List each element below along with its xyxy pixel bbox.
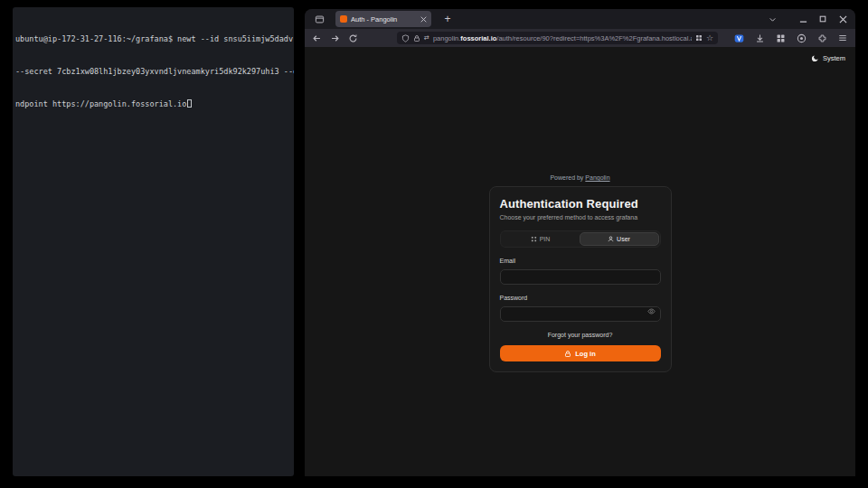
url-bar[interactable]: ⇄ pangolin.fossorial.io/auth/resource/90… xyxy=(397,32,718,44)
lock-icon[interactable] xyxy=(413,34,420,42)
card-subtitle: Choose your preferred method to access g… xyxy=(500,214,661,221)
card-title: Authentication Required xyxy=(500,197,661,211)
grid-icon[interactable] xyxy=(695,34,703,42)
apps-grid-icon[interactable] xyxy=(774,32,787,44)
window-controls xyxy=(796,12,850,26)
tab-user-label: User xyxy=(617,236,630,242)
forward-icon[interactable] xyxy=(329,32,342,44)
tracking-shield-icon[interactable] xyxy=(401,34,410,42)
desktop: ubuntu@ip-172-31-27-116:~/grafana$ newt … xyxy=(0,0,868,488)
url-text: pangolin.fossorial.io/auth/resource/90?r… xyxy=(433,34,692,42)
tab-user[interactable]: User xyxy=(580,232,659,246)
extension-toolbar xyxy=(732,32,849,44)
terminal-line: ndpoint https://pangolin.fossorial.io xyxy=(15,99,291,109)
pin-keypad-icon xyxy=(531,236,537,242)
record-circle-icon[interactable] xyxy=(795,32,807,44)
browser-window: Auth - Pangolin + xyxy=(305,9,855,476)
bookmark-star-icon[interactable]: ☆ xyxy=(706,34,713,42)
firefox-view-icon[interactable] xyxy=(310,11,328,27)
password-label: Password xyxy=(500,295,661,301)
forgot-password-link[interactable]: Forgot your password? xyxy=(500,332,661,338)
window-close-icon[interactable] xyxy=(835,12,850,26)
tab-pin[interactable]: PIN xyxy=(502,232,580,246)
minimize-icon[interactable] xyxy=(796,12,810,26)
login-lock-icon xyxy=(564,350,571,358)
email-label: Email xyxy=(500,258,661,264)
auth-card: Authentication Required Choose your pref… xyxy=(489,186,672,372)
terminal-line: ubuntu@ip-172-31-27-116:~/grafana$ newt … xyxy=(15,33,291,44)
pangolin-link[interactable]: Pangolin xyxy=(585,174,609,181)
tab-pin-label: PIN xyxy=(540,236,551,242)
back-icon[interactable] xyxy=(311,32,324,44)
extension-v-icon[interactable] xyxy=(732,32,745,44)
theme-label: System xyxy=(823,54,845,62)
switch-icon[interactable]: ⇄ xyxy=(424,34,429,42)
page-content: System Powered by Pangolin Authenticatio… xyxy=(305,47,855,476)
maximize-icon[interactable] xyxy=(816,12,830,26)
nav-toolbar: ⇄ pangolin.fossorial.io/auth/resource/90… xyxy=(305,29,855,47)
downloads-icon[interactable] xyxy=(753,32,766,44)
theme-toggle[interactable]: System xyxy=(811,54,845,62)
tab-close-icon[interactable] xyxy=(420,16,427,23)
auth-method-tabs: PIN User xyxy=(500,230,661,248)
extensions-puzzle-icon[interactable] xyxy=(816,32,828,44)
reload-icon[interactable] xyxy=(346,32,359,44)
auth-section: Powered by Pangolin Authentication Requi… xyxy=(305,174,855,372)
tab-bar: Auth - Pangolin + xyxy=(305,9,855,29)
new-tab-button[interactable]: + xyxy=(440,12,455,26)
login-button-label: Log in xyxy=(575,350,596,358)
pangolin-favicon-icon xyxy=(340,15,347,23)
powered-by: Powered by Pangolin xyxy=(550,174,609,181)
menu-hamburger-icon[interactable] xyxy=(836,32,849,44)
login-button[interactable]: Log in xyxy=(500,345,661,361)
terminal-line: --secret 7cbz1xw08lh1jbzey03yxvndljvneam… xyxy=(15,66,291,77)
show-password-eye-icon[interactable] xyxy=(647,307,656,315)
moon-icon xyxy=(811,54,819,62)
user-icon xyxy=(608,236,614,242)
terminal-window[interactable]: ubuntu@ip-172-31-27-116:~/grafana$ newt … xyxy=(13,7,294,476)
tab-list-chevron-icon[interactable] xyxy=(765,12,779,26)
tab-title: Auth - Pangolin xyxy=(351,15,417,23)
browser-tab[interactable]: Auth - Pangolin xyxy=(335,11,431,27)
terminal-cursor xyxy=(187,99,192,108)
password-field[interactable] xyxy=(500,306,661,322)
email-field[interactable] xyxy=(500,269,661,285)
